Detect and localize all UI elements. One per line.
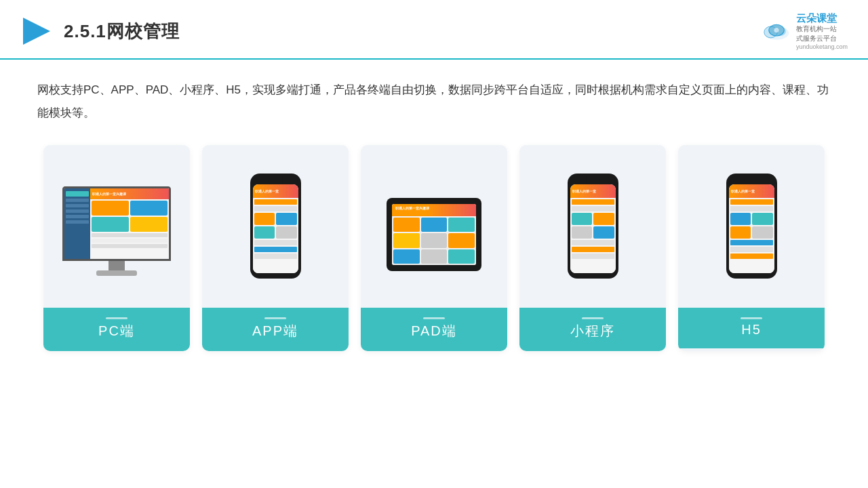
p-row bbox=[730, 253, 773, 259]
pad-block bbox=[393, 218, 420, 232]
phone-screen-miniapp: 职通人的第一堂 bbox=[570, 184, 616, 273]
p-row bbox=[254, 253, 297, 259]
p-row bbox=[254, 240, 297, 245]
phone-grid bbox=[254, 213, 297, 239]
card-label-h5: H5 bbox=[678, 308, 825, 348]
card-image-miniapp: 职通人的第一堂 bbox=[519, 145, 666, 308]
card-image-h5: 职通人的第一堂 bbox=[678, 145, 825, 308]
pad-screen: 职通人的第一堂兴趣课 bbox=[392, 204, 476, 265]
play-icon bbox=[20, 15, 53, 47]
card-app[interactable]: 职通人的第一堂 bbox=[202, 145, 349, 351]
phone-notch bbox=[268, 179, 283, 183]
header-left: 2.5.1网校管理 bbox=[20, 15, 180, 47]
p-row bbox=[730, 247, 773, 252]
label-bar bbox=[582, 317, 604, 319]
label-bar bbox=[264, 317, 286, 319]
main-content: 网校支持PC、APP、PAD、小程序、H5，实现多端打通，产品各终端自由切换，数… bbox=[0, 60, 868, 365]
cloud-icon bbox=[762, 20, 791, 42]
phone-body-inner bbox=[253, 198, 298, 273]
cards-container: 职通人的第一堂兴趣课 bbox=[37, 145, 831, 351]
monitor-mockup: 职通人的第一堂兴趣课 bbox=[62, 186, 171, 276]
monitor-neck bbox=[108, 261, 125, 270]
description-text: 网校支持PC、APP、PAD、小程序、H5，实现多端打通，产品各终端自由切换，数… bbox=[37, 79, 831, 125]
pad-block bbox=[448, 233, 475, 247]
pad-block bbox=[421, 218, 448, 232]
p-row bbox=[254, 247, 297, 252]
pad-mockup: 职通人的第一堂兴趣课 bbox=[387, 198, 481, 271]
pad-header: 职通人的第一堂兴趣课 bbox=[392, 204, 476, 216]
phone-grid3 bbox=[730, 213, 773, 239]
card-image-pad: 职通人的第一堂兴趣课 bbox=[361, 145, 507, 308]
logo-tagline: 教育机构一站式服务云平台 bbox=[796, 24, 848, 43]
card-pad[interactable]: 职通人的第一堂兴趣课 bbox=[361, 145, 507, 351]
svg-marker-0 bbox=[23, 18, 50, 45]
phone-screen-h5: 职通人的第一堂 bbox=[729, 184, 774, 273]
pad-block bbox=[421, 233, 448, 247]
card-label-app: APP端 bbox=[202, 308, 349, 351]
label-bar bbox=[423, 317, 445, 319]
card-miniapp[interactable]: 职通人的第一堂 bbox=[519, 145, 666, 351]
pad-block bbox=[393, 233, 420, 247]
phone-mockup-app: 职通人的第一堂 bbox=[250, 174, 301, 279]
label-bar bbox=[106, 317, 127, 319]
phone-body-inner2 bbox=[570, 198, 616, 273]
pad-block bbox=[393, 249, 420, 264]
grid-item bbox=[730, 226, 751, 239]
p-row bbox=[572, 253, 614, 259]
header: 2.5.1网校管理 云朵课堂 教育机构一站式服务云平台 yunduoketang… bbox=[0, 0, 868, 60]
phone-grid2 bbox=[572, 213, 614, 239]
phone-mockup-miniapp: 职通人的第一堂 bbox=[568, 174, 618, 279]
grid-item bbox=[593, 226, 614, 239]
p-row bbox=[254, 199, 297, 205]
grid-item bbox=[276, 226, 297, 239]
grid-item bbox=[572, 213, 593, 225]
monitor-base bbox=[96, 270, 137, 276]
logo-text-group: 云朵课堂 教育机构一站式服务云平台 yunduoketang.com bbox=[796, 12, 848, 50]
grid-item bbox=[730, 213, 751, 225]
p-row bbox=[572, 247, 614, 252]
p-row bbox=[572, 240, 614, 245]
grid-item bbox=[254, 213, 275, 225]
svg-point-7 bbox=[774, 28, 778, 33]
label-bar bbox=[741, 317, 762, 319]
card-h5[interactable]: 职通人的第一堂 bbox=[678, 145, 825, 351]
logo-name: 云朵课堂 bbox=[796, 12, 848, 24]
grid-item bbox=[752, 226, 773, 239]
p-row bbox=[730, 240, 773, 245]
phone-header3: 职通人的第一堂 bbox=[729, 184, 774, 198]
grid-item bbox=[752, 213, 773, 225]
p-row bbox=[254, 206, 297, 211]
card-label-pc: PC端 bbox=[43, 308, 190, 351]
phone-body-inner3 bbox=[729, 198, 774, 273]
page-title: 2.5.1网校管理 bbox=[64, 20, 180, 43]
pad-body: 职通人的第一堂兴趣课 bbox=[387, 198, 481, 271]
pad-block bbox=[421, 249, 448, 264]
phone-notch2 bbox=[585, 179, 600, 183]
p-row bbox=[730, 206, 773, 211]
card-label-pad: PAD端 bbox=[361, 308, 507, 351]
p-row bbox=[730, 199, 773, 205]
card-image-pc: 职通人的第一堂兴趣课 bbox=[43, 145, 190, 308]
grid-item bbox=[593, 213, 614, 225]
p-row bbox=[572, 206, 614, 211]
grid-item bbox=[572, 226, 593, 239]
phone-body-miniapp: 职通人的第一堂 bbox=[568, 174, 618, 279]
phone-screen-app: 职通人的第一堂 bbox=[253, 184, 298, 273]
phone-header: 职通人的第一堂 bbox=[253, 184, 298, 198]
phone-body-app: 职通人的第一堂 bbox=[250, 174, 301, 279]
phone-header2: 职通人的第一堂 bbox=[570, 184, 616, 198]
grid-item bbox=[254, 226, 275, 239]
phone-notch3 bbox=[744, 179, 759, 183]
pad-block bbox=[448, 249, 475, 264]
monitor-screen: 职通人的第一堂兴趣课 bbox=[62, 186, 171, 261]
logo-area: 云朵课堂 教育机构一站式服务云平台 yunduoketang.com bbox=[762, 12, 848, 50]
card-label-miniapp: 小程序 bbox=[519, 308, 666, 351]
phone-mockup-h5: 职通人的第一堂 bbox=[726, 174, 777, 279]
card-pc[interactable]: 职通人的第一堂兴趣课 bbox=[43, 145, 190, 351]
phone-body-h5: 职通人的第一堂 bbox=[726, 174, 777, 279]
grid-item bbox=[276, 213, 297, 225]
logo-url: yunduoketang.com bbox=[796, 43, 848, 50]
p-row bbox=[572, 199, 614, 205]
pad-block bbox=[448, 218, 475, 232]
card-image-app: 职通人的第一堂 bbox=[202, 145, 349, 308]
